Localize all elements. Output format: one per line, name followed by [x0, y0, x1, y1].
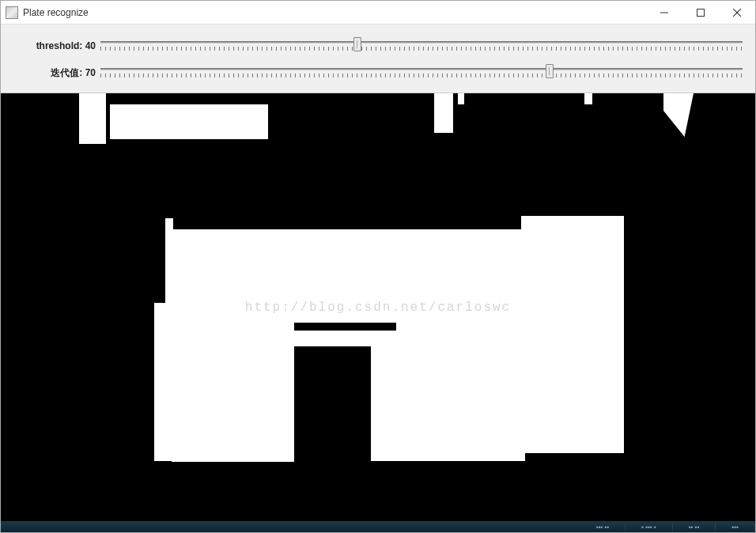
- controls-panel: threshold: 40 迭代值: 70: [1, 25, 755, 93]
- iteration-value: 70: [85, 67, 96, 78]
- app-icon: [6, 6, 18, 19]
- threshold-value: 40: [85, 40, 96, 51]
- image-output: http://blog.csdn.net/carloswc: [1, 93, 755, 521]
- blob: [292, 331, 375, 346]
- iteration-track: [100, 68, 743, 70]
- iteration-label: 迭代值: 70: [7, 66, 96, 80]
- threshold-thumb[interactable]: [353, 37, 361, 51]
- threshold-ticks: [100, 47, 743, 51]
- iteration-slider[interactable]: [100, 63, 749, 82]
- minimize-icon: [660, 9, 668, 17]
- maximize-icon: [697, 9, 705, 17]
- threshold-track: [100, 41, 743, 43]
- taskbar-segment: ▪▪▪ ▪▪: [580, 524, 626, 531]
- blob: [165, 229, 525, 323]
- blob: [584, 93, 592, 104]
- iteration-slider-row: 迭代值: 70: [7, 59, 749, 86]
- threshold-label: threshold: 40: [7, 40, 96, 51]
- threshold-label-text: threshold:: [36, 40, 83, 51]
- blob: [663, 93, 694, 137]
- blob: [110, 104, 268, 139]
- titlebar: Plate recognize: [1, 1, 755, 25]
- taskbar-segment: ▪▪ ▪▪: [673, 524, 716, 531]
- blob: [521, 216, 624, 453]
- close-button[interactable]: [719, 1, 755, 24]
- window-controls: [646, 1, 755, 24]
- threshold-slider[interactable]: [100, 36, 749, 55]
- threshold-slider-row: threshold: 40: [7, 32, 749, 59]
- blob: [371, 331, 525, 461]
- taskbar-segment: ▪ ▪▪▪ ▪: [626, 524, 673, 531]
- blob: [458, 93, 464, 104]
- minimize-button[interactable]: [646, 1, 682, 24]
- titlebar-left: Plate recognize: [6, 6, 89, 19]
- iteration-ticks: [100, 74, 743, 77]
- blob: [434, 93, 453, 133]
- app-window: Plate recognize threshold: 40: [0, 0, 756, 533]
- iteration-label-text: 迭代值:: [51, 67, 82, 78]
- taskbar-segment: ▪▪▪: [716, 524, 755, 531]
- blob: [172, 321, 294, 462]
- blob: [79, 93, 106, 144]
- iteration-thumb[interactable]: [546, 64, 554, 78]
- taskbar: ▪▪▪ ▪▪ ▪ ▪▪▪ ▪ ▪▪ ▪▪ ▪▪▪: [1, 521, 755, 532]
- svg-rect-1: [697, 9, 705, 16]
- maximize-button[interactable]: [682, 1, 719, 24]
- close-icon: [733, 9, 741, 17]
- window-title: Plate recognize: [23, 7, 89, 18]
